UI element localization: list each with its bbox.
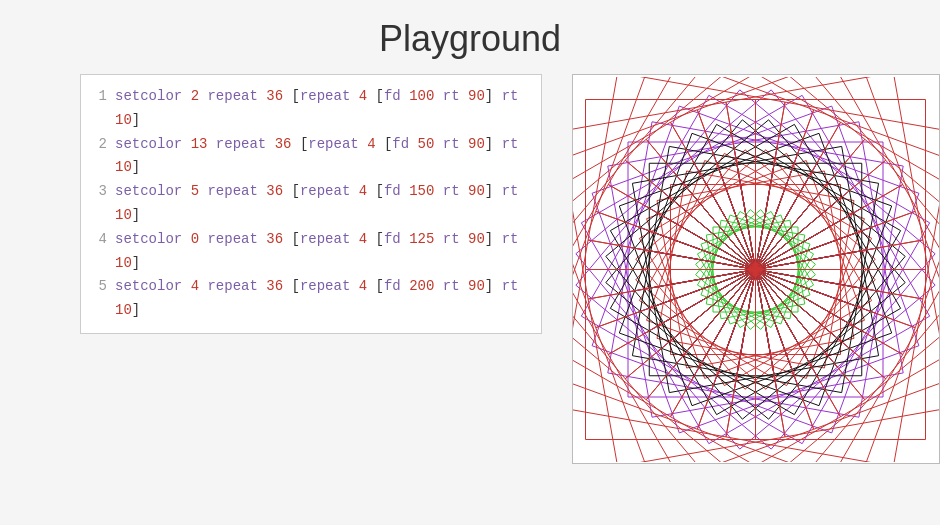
line-num-4: 4 (95, 228, 107, 252)
line-num-1: 1 (95, 85, 107, 109)
code-line-5: 5 setcolor 4 repeat 36 [repeat 4 [fd 200… (95, 275, 527, 323)
code-text-4: setcolor 0 repeat 36 [repeat 4 [fd 125 r… (115, 228, 527, 276)
code-text-2: setcolor 13 repeat 36 [repeat 4 [fd 50 r… (115, 133, 527, 181)
line-num-3: 3 (95, 180, 107, 204)
canvas-panel (572, 74, 940, 464)
code-line-2: 2 setcolor 13 repeat 36 [repeat 4 [fd 50… (95, 133, 527, 181)
code-panel: 1 setcolor 2 repeat 36 [repeat 4 [fd 100… (80, 74, 542, 334)
code-line-1: 1 setcolor 2 repeat 36 [repeat 4 [fd 100… (95, 85, 527, 133)
page-title: Playground (0, 0, 940, 74)
turtle-canvas (572, 77, 940, 462)
code-text-5: setcolor 4 repeat 36 [repeat 4 [fd 200 r… (115, 275, 527, 323)
line-num-5: 5 (95, 275, 107, 299)
code-text-1: setcolor 2 repeat 36 [repeat 4 [fd 100 r… (115, 85, 527, 133)
code-line-4: 4 setcolor 0 repeat 36 [repeat 4 [fd 125… (95, 228, 527, 276)
line-num-2: 2 (95, 133, 107, 157)
main-area: 1 setcolor 2 repeat 36 [repeat 4 [fd 100… (0, 74, 940, 464)
code-line-3: 3 setcolor 5 repeat 36 [repeat 4 [fd 150… (95, 180, 527, 228)
code-text-3: setcolor 5 repeat 36 [repeat 4 [fd 150 r… (115, 180, 527, 228)
